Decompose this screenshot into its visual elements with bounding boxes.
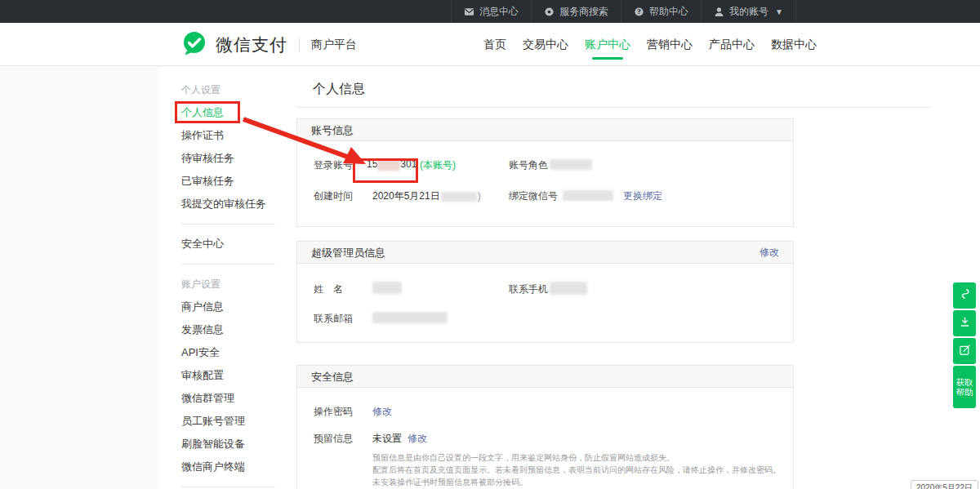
admin-panel-title: 超级管理员信息 <box>311 247 385 259</box>
topbar-item-messages[interactable]: 消息中心 <box>451 0 531 23</box>
topbar-item-label: 我的账号 <box>729 5 768 19</box>
chevron-down-icon: ▼ <box>775 7 783 16</box>
get-help-button[interactable]: 获取帮助 <box>953 366 976 408</box>
feedback-button[interactable] <box>953 338 976 364</box>
user-icon <box>714 7 724 17</box>
quick-link-button[interactable] <box>953 282 976 309</box>
topbar-item-my-account[interactable]: 我的账号 ▼ <box>701 0 796 23</box>
super-admin-panel: 超级管理员信息 修改 姓 名 联系手机 联系邮箱 <box>296 241 794 343</box>
security-panel-title: 安全信息 <box>311 371 354 383</box>
admin-panel-header: 超级管理员信息 修改 <box>297 242 793 264</box>
description-line: 未安装操作证书时预留信息将被部分掩码。 <box>372 476 791 488</box>
mail-icon <box>464 7 474 17</box>
sidebar-section-personal-settings: 个人设置 <box>181 78 279 101</box>
main-nav: 首页 交易中心 账户中心 营销中心 产品中心 数据中心 <box>483 23 817 66</box>
sidebar-item-staff-account-management[interactable]: 员工账号管理 <box>181 410 279 433</box>
redacted-email <box>372 312 448 323</box>
nav-home[interactable]: 首页 <box>483 23 506 66</box>
security-info-panel: 安全信息 操作密码 修改 预留信息 未设置 修改 预留信息是由你自己设置的一段文… <box>296 365 794 489</box>
nav-product-center[interactable]: 产品中心 <box>709 23 755 66</box>
page-title: 个人信息 <box>313 81 365 98</box>
sidebar-section-account-settings: 账户设置 <box>181 273 279 296</box>
description-line: 配置后将在首页及充值页面显示。若未看到预留信息，表明当前访问的网站存在风险，请终… <box>372 464 791 476</box>
contact-email-label: 联系邮箱 <box>314 312 353 326</box>
topbar-menu: 消息中心 服务商搜索 ? 帮助中心 我的账号 ▼ <box>451 0 796 23</box>
topbar-item-label: 服务商搜索 <box>559 5 608 19</box>
download-icon <box>959 316 971 331</box>
sidebar-divider <box>181 487 275 487</box>
topbar-item-label: 帮助中心 <box>649 5 688 19</box>
nav-marketing-center[interactable]: 营销中心 <box>647 23 693 66</box>
nav-transaction-center[interactable]: 交易中心 <box>523 23 568 66</box>
sidebar-item-reviewed-tasks[interactable]: 已审核任务 <box>181 170 279 193</box>
redacted-phone <box>550 282 587 295</box>
created-time-label: 创建时间 <box>314 189 353 203</box>
sidebar-item-wechat-merchant-terminal[interactable]: 微信商户终端 <box>181 456 279 478</box>
link-icon <box>959 288 971 304</box>
sidebar: 个人设置 个人信息 操作证书 待审核任务 已审核任务 我提交的审核任务 安全中心… <box>181 78 279 489</box>
sidebar-item-review-config[interactable]: 审核配置 <box>181 364 279 387</box>
account-info-panel: 账号信息 登录账号 15301 (本账号) 账号角色 创建时间 2020年5月2… <box>296 118 794 227</box>
description-line: 预留信息是由你自己设置的一段文字，用来鉴定网站身份，防止假冒网站造成损失。 <box>372 451 791 464</box>
operation-password-label: 操作密码 <box>314 405 353 419</box>
sidebar-item-merchant-info[interactable]: 商户信息 <box>181 296 279 318</box>
login-account-prefix: 15 <box>367 158 377 170</box>
sidebar-item-security-center[interactable]: 安全中心 <box>181 233 279 256</box>
float-helper-bar: 获取帮助 <box>953 282 976 408</box>
redacted-wechat-id <box>563 190 613 201</box>
topbar-item-label: 消息中心 <box>479 5 519 19</box>
wechat-pay-logo-icon <box>181 31 207 59</box>
security-panel-header: 安全信息 <box>297 366 793 388</box>
current-account-tag: (本账号) <box>420 158 456 172</box>
sidebar-item-operation-certificate[interactable]: 操作证书 <box>181 124 279 147</box>
sidebar-item-wechat-group-management[interactable]: 微信群管理 <box>181 387 279 410</box>
created-paren: ) <box>478 190 481 202</box>
nav-data-center[interactable]: 数据中心 <box>771 23 817 66</box>
topbar-item-help-center[interactable]: ? 帮助中心 <box>621 0 701 23</box>
nav-account-center[interactable]: 账户中心 <box>585 23 630 66</box>
redacted-name <box>372 282 402 294</box>
brand-name: 微信支付 <box>216 33 287 56</box>
header: 微信支付 商户平台 首页 交易中心 账户中心 营销中心 产品中心 数据中心 <box>0 23 980 66</box>
help-icon: ? <box>634 7 644 17</box>
edit-icon <box>959 344 971 359</box>
date-badge: 2020年5月22日 <box>911 480 978 489</box>
redacted-login-digits <box>377 159 400 171</box>
redacted-account-role <box>550 159 592 170</box>
set-reserved-info-link[interactable]: 修改 <box>408 432 427 446</box>
change-password-link[interactable]: 修改 <box>372 405 392 419</box>
created-date: 2020年5月21日 <box>372 190 440 202</box>
account-panel-header: 账号信息 <box>297 119 793 141</box>
sidebar-divider <box>181 264 275 265</box>
login-account-suffix: 301 <box>400 158 416 170</box>
sidebar-item-api-security[interactable]: API安全 <box>181 341 279 364</box>
download-button[interactable] <box>953 310 976 336</box>
change-binding-link[interactable]: 更换绑定 <box>623 189 662 203</box>
brand: 微信支付 商户平台 <box>181 23 357 66</box>
search-icon <box>544 7 555 17</box>
brand-portal: 商户平台 <box>311 38 357 52</box>
reserved-info-description: 预留信息是由你自己设置的一段文字，用来鉴定网站身份，防止假冒网站造成损失。 配置… <box>372 451 791 488</box>
reserved-info-status: 未设置 <box>372 432 402 446</box>
contact-phone-label: 联系手机 <box>509 282 548 296</box>
bound-wechat-label: 绑定微信号 <box>509 189 558 203</box>
created-time-value: 2020年5月21日) <box>372 189 481 203</box>
svg-text:?: ? <box>637 8 641 16</box>
admin-edit-link[interactable]: 修改 <box>760 242 779 264</box>
sidebar-item-face-smart-device[interactable]: 刷脸智能设备 <box>181 433 279 456</box>
topbar-item-provider-search[interactable]: 服务商搜索 <box>531 0 621 23</box>
login-account-value: 15301 <box>367 158 416 171</box>
login-account-label: 登录账号 <box>314 158 353 172</box>
reserved-info-label: 预留信息 <box>314 432 353 446</box>
name-label: 姓 名 <box>314 282 343 296</box>
account-role-label: 账号角色 <box>509 158 548 172</box>
merchant-platform-page: 消息中心 服务商搜索 ? 帮助中心 我的账号 ▼ <box>0 0 980 489</box>
topbar: 消息中心 服务商搜索 ? 帮助中心 我的账号 ▼ <box>0 0 980 23</box>
sidebar-item-my-submitted-tasks[interactable]: 我提交的审核任务 <box>181 193 279 216</box>
title-divider <box>296 107 931 108</box>
brand-divider <box>299 38 300 52</box>
redacted-created-time <box>441 192 477 202</box>
sidebar-item-pending-review-tasks[interactable]: 待审核任务 <box>181 147 279 170</box>
sidebar-item-invoice-info[interactable]: 发票信息 <box>181 318 279 341</box>
sidebar-item-personal-info[interactable]: 个人信息 <box>181 101 279 124</box>
